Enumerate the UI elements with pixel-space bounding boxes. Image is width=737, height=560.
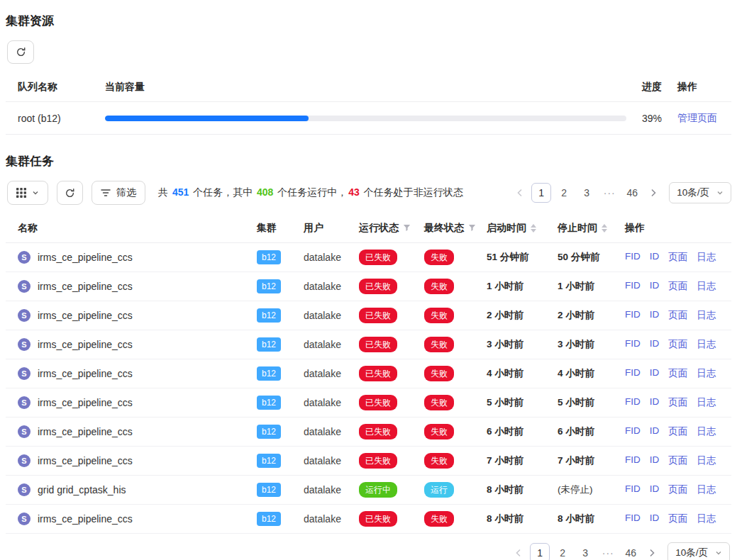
page-size-select[interactable]: 10条/页 bbox=[669, 182, 731, 203]
page-link[interactable]: 页面 bbox=[668, 280, 687, 293]
page-button-46[interactable]: 46 bbox=[621, 543, 641, 560]
page-ellipsis[interactable]: ··· bbox=[598, 543, 618, 560]
fid-link[interactable]: FID bbox=[625, 396, 641, 409]
avatar: S bbox=[18, 483, 31, 496]
fid-link[interactable]: FID bbox=[625, 425, 641, 438]
page-link[interactable]: 页面 bbox=[668, 309, 687, 322]
sort-icon[interactable] bbox=[531, 224, 536, 233]
id-link[interactable]: ID bbox=[650, 338, 660, 351]
log-link[interactable]: 日志 bbox=[697, 513, 716, 525]
page-link[interactable]: 页面 bbox=[668, 454, 687, 467]
id-link[interactable]: ID bbox=[650, 309, 660, 322]
fid-link[interactable]: FID bbox=[625, 367, 641, 380]
running-count: 408 bbox=[257, 186, 273, 198]
page-link[interactable]: 页面 bbox=[668, 338, 687, 351]
user-name: datalake bbox=[304, 455, 359, 466]
run-status-badge: 已失败 bbox=[359, 424, 397, 439]
cluster-badge: b12 bbox=[257, 366, 281, 381]
user-name: datalake bbox=[304, 484, 359, 495]
page-link[interactable]: 页面 bbox=[668, 251, 687, 264]
log-link[interactable]: 日志 bbox=[697, 367, 716, 380]
id-link[interactable]: ID bbox=[650, 454, 660, 467]
fid-link[interactable]: FID bbox=[625, 309, 641, 322]
page-size-select[interactable]: 10条/页 bbox=[667, 542, 730, 560]
log-link[interactable]: 日志 bbox=[697, 280, 716, 293]
log-link[interactable]: 日志 bbox=[697, 483, 716, 496]
avatar: S bbox=[18, 425, 31, 438]
log-link[interactable]: 日志 bbox=[697, 309, 716, 322]
fid-link[interactable]: FID bbox=[625, 251, 641, 264]
cluster-badge: b12 bbox=[257, 425, 281, 439]
id-link[interactable]: ID bbox=[650, 251, 660, 264]
manage-page-link[interactable]: 管理页面 bbox=[677, 112, 717, 123]
filter-button[interactable]: 筛选 bbox=[92, 181, 145, 205]
log-link[interactable]: 日志 bbox=[697, 454, 716, 467]
prev-page-button[interactable] bbox=[510, 543, 527, 560]
run-status-badge: 已失败 bbox=[359, 366, 397, 381]
resources-table: 队列名称 当前容量 进度 操作 root (b12) 39% 管理页面 bbox=[6, 72, 731, 135]
avatar: S bbox=[18, 309, 31, 322]
filter-funnel-icon[interactable] bbox=[403, 224, 411, 232]
next-page-button[interactable] bbox=[645, 183, 662, 203]
action-header: 操作 bbox=[677, 81, 730, 94]
page-button-2[interactable]: 2 bbox=[553, 543, 572, 560]
final-status-header-label: 最终状态 bbox=[424, 222, 464, 235]
user-name: datalake bbox=[304, 397, 359, 408]
stop-time: 2 小时前 bbox=[558, 309, 625, 322]
fid-link[interactable]: FID bbox=[625, 338, 641, 351]
run-status-badge: 已失败 bbox=[359, 453, 397, 469]
page-link[interactable]: 页面 bbox=[668, 396, 687, 409]
page-button-3[interactable]: 3 bbox=[577, 183, 597, 203]
filter-funnel-icon[interactable] bbox=[468, 224, 476, 232]
fid-link[interactable]: FID bbox=[625, 280, 641, 293]
fid-link[interactable]: FID bbox=[625, 454, 641, 467]
capacity-header: 当前容量 bbox=[105, 81, 642, 94]
fid-link[interactable]: FID bbox=[625, 483, 641, 496]
log-link[interactable]: 日志 bbox=[697, 251, 716, 264]
column-layout-button[interactable] bbox=[7, 181, 48, 205]
resources-refresh-button[interactable] bbox=[7, 40, 34, 64]
id-link[interactable]: ID bbox=[650, 367, 660, 380]
page-button-2[interactable]: 2 bbox=[554, 183, 574, 203]
table-row: S irms_ce_pipeline_ccs b12 datalake 已失败 … bbox=[6, 447, 731, 476]
id-link[interactable]: ID bbox=[650, 396, 660, 409]
final-status-badge: 失败 bbox=[424, 279, 454, 294]
page-link[interactable]: 页面 bbox=[668, 483, 687, 496]
final-status-badge: 失败 bbox=[424, 424, 454, 439]
page-ellipsis[interactable]: ··· bbox=[599, 183, 619, 203]
id-link[interactable]: ID bbox=[650, 483, 660, 496]
total-count: 451 bbox=[172, 186, 189, 198]
id-link[interactable]: ID bbox=[650, 513, 660, 525]
prev-page-button[interactable] bbox=[511, 183, 528, 203]
action-header: 操作 bbox=[625, 222, 731, 235]
stop-time: 7 小时前 bbox=[558, 454, 625, 467]
log-link[interactable]: 日志 bbox=[697, 338, 716, 351]
summary-text: 个任务处于非运行状态 bbox=[361, 186, 463, 198]
log-link[interactable]: 日志 bbox=[697, 396, 716, 409]
summary-text: 个任务运行中， bbox=[275, 186, 347, 198]
page-link[interactable]: 页面 bbox=[668, 425, 687, 438]
run-status-badge: 已失败 bbox=[359, 337, 397, 352]
user-header: 用户 bbox=[304, 222, 359, 235]
id-link[interactable]: ID bbox=[650, 280, 660, 293]
task-name: irms_ce_pipeline_ccs bbox=[38, 281, 133, 292]
start-time: 3 小时前 bbox=[487, 338, 558, 351]
page-button-46[interactable]: 46 bbox=[622, 183, 642, 203]
page-button-3[interactable]: 3 bbox=[575, 543, 595, 560]
fid-link[interactable]: FID bbox=[625, 513, 641, 525]
task-name: grid grid_cptask_his bbox=[38, 484, 126, 495]
page-button-1[interactable]: 1 bbox=[530, 543, 550, 560]
tasks-refresh-button[interactable] bbox=[57, 181, 83, 205]
sort-icon[interactable] bbox=[602, 224, 607, 233]
tasks-title: 集群任务 bbox=[6, 153, 731, 169]
page-link[interactable]: 页面 bbox=[668, 513, 687, 525]
next-page-button[interactable] bbox=[643, 543, 660, 560]
user-name: datalake bbox=[304, 513, 359, 525]
page-button-1[interactable]: 1 bbox=[531, 183, 551, 203]
id-link[interactable]: ID bbox=[650, 425, 660, 438]
cluster-resources-section: 集群资源 队列名称 当前容量 进度 操作 root (b12) bbox=[6, 13, 731, 135]
refresh-icon bbox=[65, 188, 75, 198]
page-link[interactable]: 页面 bbox=[668, 367, 687, 380]
user-name: datalake bbox=[304, 426, 359, 437]
log-link[interactable]: 日志 bbox=[697, 425, 716, 438]
